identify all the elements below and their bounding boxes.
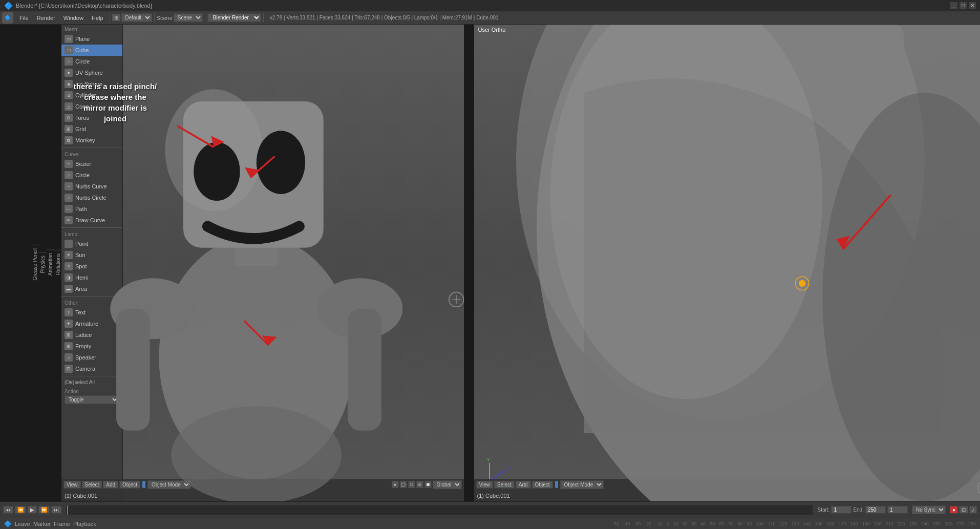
annotation-text: there is a raised pinch/ crease where th… [72, 81, 159, 124]
layout-select[interactable]: Default [121, 13, 152, 22]
tool-plane[interactable]: ▭ Plane [61, 33, 122, 45]
viewport-icon-1[interactable]: ● [392, 481, 399, 488]
next-frame-btn[interactable]: ⏩ [38, 506, 50, 514]
audio-btn[interactable]: ♪ [969, 506, 977, 514]
tool-empty[interactable]: ⊕ Empty [61, 341, 122, 352]
mode-icon-right [555, 481, 558, 488]
action-label: Action [65, 389, 119, 394]
lattice-icon: ⊞ [65, 331, 73, 339]
viewport-icon-5[interactable]: 🔲 [424, 481, 432, 488]
curve-section-label: Curve: [61, 150, 122, 158]
vp-left-select-btn[interactable]: Select [82, 481, 102, 489]
prev-frame-btn[interactable]: ⏪ [15, 506, 26, 514]
tool-cube[interactable]: ◻ Cube [61, 45, 122, 56]
viewport-right-toolbar[interactable]: View Select Add Object Object Mode ● ◯ □ [474, 479, 981, 490]
tool-bezier[interactable]: ~ Bezier [61, 158, 122, 170]
tab-relations[interactable]: Relations [54, 250, 62, 278]
start-label: Start: [817, 507, 829, 513]
svg-point-3 [165, 89, 262, 211]
svg-text:Z: Z [506, 465, 509, 471]
svg-point-26 [536, 25, 980, 501]
menu-help[interactable]: Help [88, 14, 108, 22]
viewport-left-toolbar[interactable]: View Select Add Object Object Mode ● ◯ □… [61, 479, 464, 490]
tool-area[interactable]: ▬ Area [61, 283, 122, 294]
deselect-all-btn[interactable]: (De)select All [61, 378, 122, 387]
svg-rect-2 [183, 101, 324, 248]
start-frame-input[interactable] [831, 506, 851, 514]
svg-marker-14 [243, 167, 259, 179]
divider-2 [61, 227, 122, 228]
menubar: 🔷 File Render Window Help ⊞ Default Scen… [0, 11, 980, 25]
vp-right-view-btn[interactable]: View [476, 481, 494, 489]
svg-point-31 [798, 280, 805, 287]
timeline-ruler[interactable] [66, 505, 813, 515]
tool-point[interactable]: · Point [61, 238, 122, 249]
menu-file[interactable]: File [15, 14, 33, 22]
vp-left-mode-select[interactable]: Object Mode [147, 480, 191, 489]
vp-left-object-btn[interactable]: Object [119, 481, 140, 489]
area-icon: ▬ [65, 285, 73, 293]
tool-lattice[interactable]: ⊞ Lattice [61, 329, 122, 341]
tab-physics[interactable]: Physics [39, 252, 47, 276]
tool-uv-sphere[interactable]: ● UV Sphere [61, 67, 122, 78]
tool-armature[interactable]: ✦ Armature [61, 318, 122, 329]
tool-sun[interactable]: ☀ Sun [61, 249, 122, 261]
render-engine-select[interactable]: Blender Render [207, 13, 261, 22]
divider-1 [61, 147, 122, 148]
tool-grid[interactable]: ⊞ Grid [61, 123, 122, 135]
vp-left-view-btn[interactable]: View [63, 481, 81, 489]
viewport-left-icons: ● ◯ □ ⊙ 🔲 [392, 481, 432, 488]
tool-curve-circle[interactable]: ○ Circle [61, 170, 122, 181]
tool-spot[interactable]: ▿ Spot [61, 261, 122, 272]
svg-point-28 [550, 25, 822, 399]
lamp-section-label: Lamp: [61, 229, 122, 238]
vp-right-object-btn[interactable]: Object [532, 481, 553, 489]
current-frame-input[interactable] [887, 506, 908, 514]
tool-circle[interactable]: ○ Circle [61, 56, 122, 67]
tool-draw-curve[interactable]: ✏ Draw Curve [61, 215, 122, 226]
close-button[interactable]: ✕ [969, 2, 976, 9]
vp-left-add-btn[interactable]: Add [103, 481, 118, 489]
tool-hemi[interactable]: ◑ Hemi [61, 272, 122, 283]
tool-nurbs-circle[interactable]: ○ Nurbs Circle [61, 192, 122, 203]
play-btn[interactable]: ▶ [28, 506, 37, 514]
minimize-button[interactable]: _ [950, 2, 957, 9]
svg-point-17 [449, 292, 464, 307]
svg-rect-29 [822, 25, 904, 127]
scene-select[interactable]: Scene [174, 13, 203, 22]
viewport-right-canvas[interactable]: Z X Y [474, 25, 981, 501]
end-frame-input[interactable] [865, 506, 886, 514]
render-anim-btn[interactable]: ⊡ [959, 506, 968, 514]
tool-text[interactable]: T Text [61, 307, 122, 318]
tab-grease-pencil[interactable]: Grease Pencil [31, 245, 39, 284]
tool-speaker[interactable]: ♪ Speaker [61, 352, 122, 363]
tab-animation[interactable]: Animation [47, 249, 54, 279]
maximize-button[interactable]: □ [960, 2, 967, 9]
divider-4 [61, 376, 122, 376]
tool-nurbs-curve[interactable]: ~ Nurbs Curve [61, 181, 122, 192]
viewport-right[interactable]: User Ortho [474, 25, 981, 501]
tool-monkey[interactable]: ✿ Monkey [61, 135, 122, 146]
action-select[interactable]: Toggle [65, 395, 119, 404]
viewport-icon-4[interactable]: ⊙ [416, 481, 423, 488]
vp-right-select-btn[interactable]: Select [494, 481, 515, 489]
render-still-btn[interactable]: ● [950, 506, 958, 514]
tool-camera[interactable]: ⊡ Camera [61, 363, 122, 374]
playback-btn[interactable]: ⏮ [3, 506, 13, 514]
vp-right-mode-select[interactable]: Object Mode [560, 480, 604, 489]
svg-point-30 [822, 93, 980, 501]
viewport-icon-2[interactable]: ◯ [400, 481, 407, 488]
sync-select[interactable]: No Sync [912, 505, 946, 514]
vp-left-global-select[interactable]: Global [433, 480, 462, 489]
viewport-icon-3[interactable]: □ [408, 481, 415, 488]
menu-render[interactable]: Render [33, 14, 59, 22]
svg-point-0 [159, 236, 354, 479]
separator-3 [205, 13, 205, 23]
menu-window[interactable]: Window [59, 14, 88, 22]
end-btn[interactable]: ⏭ [51, 506, 61, 514]
plane-icon: ▭ [65, 35, 73, 43]
svg-marker-16 [261, 335, 276, 346]
svg-point-27 [516, 25, 925, 419]
tool-path[interactable]: — Path [61, 203, 122, 215]
vp-right-add-btn[interactable]: Add [516, 481, 531, 489]
